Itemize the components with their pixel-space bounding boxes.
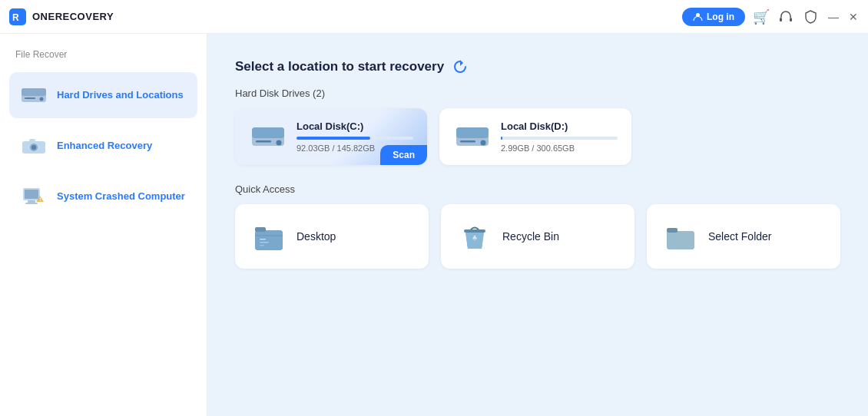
folder-icon xyxy=(664,220,697,253)
disk-c-bar-fill xyxy=(297,137,370,140)
svg-rect-30 xyxy=(255,235,283,236)
login-button[interactable]: Log in xyxy=(682,8,745,26)
quick-card-recycle-bin-label: Recycle Bin xyxy=(502,230,559,243)
cart-icon[interactable]: 🛒 xyxy=(753,8,770,25)
svg-rect-4 xyxy=(790,18,792,21)
sidebar-item-system-crashed-label: System Crashed Computer xyxy=(57,190,185,203)
disk-cards: Local Disk(C:) 92.03GB / 145.82GB Scan xyxy=(235,108,840,165)
svg-rect-29 xyxy=(255,230,283,250)
sidebar-item-enhanced-recovery[interactable]: Enhanced Recovery xyxy=(9,123,197,169)
svg-rect-35 xyxy=(464,229,485,233)
svg-rect-25 xyxy=(456,127,489,138)
scan-button[interactable]: Scan xyxy=(380,145,427,165)
disk-d-bar-bg xyxy=(501,137,618,140)
svg-rect-14 xyxy=(25,190,38,199)
svg-point-26 xyxy=(481,140,486,146)
hard-disk-section-label: Hard Disk Drives (2) xyxy=(235,87,840,99)
sidebar-item-enhanced-recovery-label: Enhanced Recovery xyxy=(57,140,152,153)
recycle-bin-icon xyxy=(458,220,492,253)
svg-text:!: ! xyxy=(40,197,41,202)
content-area: Select a location to start recovery Hard… xyxy=(207,34,868,416)
quick-card-select-folder[interactable]: Select Folder xyxy=(647,204,840,269)
minimize-button[interactable]: — xyxy=(828,12,839,22)
titlebar-left: R ONERECOVERY xyxy=(9,8,114,25)
svg-rect-16 xyxy=(25,203,38,204)
quick-cards: Desktop xyxy=(235,204,840,269)
svg-rect-6 xyxy=(22,88,46,96)
svg-point-7 xyxy=(40,97,44,101)
svg-rect-27 xyxy=(460,140,475,143)
svg-rect-34 xyxy=(260,245,264,246)
computer-icon: ! xyxy=(20,183,48,210)
titlebar-right: Log in 🛒 — ✕ xyxy=(682,8,859,26)
app-name: ONERECOVERY xyxy=(32,11,114,22)
svg-rect-15 xyxy=(28,200,35,203)
disk-card-c[interactable]: Local Disk(C:) 92.03GB / 145.82GB Scan xyxy=(235,108,427,165)
shield-icon[interactable] xyxy=(802,8,819,25)
disk-card-d[interactable]: Local Disk(D:) 2.99GB / 300.65GB xyxy=(439,108,631,165)
svg-rect-8 xyxy=(25,97,35,99)
quick-card-desktop[interactable]: Desktop xyxy=(235,204,429,269)
svg-point-11 xyxy=(31,145,36,150)
camera-icon xyxy=(20,132,48,160)
svg-rect-21 xyxy=(252,127,284,138)
svg-rect-32 xyxy=(260,239,266,240)
svg-marker-19 xyxy=(460,60,463,66)
quick-card-recycle-bin[interactable]: Recycle Bin xyxy=(441,204,634,269)
sidebar-item-system-crashed[interactable]: ! System Crashed Computer xyxy=(9,173,197,220)
page-title: Select a location to start recovery xyxy=(235,59,444,74)
disk-c-icon xyxy=(249,121,287,152)
svg-rect-12 xyxy=(29,139,35,142)
titlebar: R ONERECOVERY Log in 🛒 — ✕ xyxy=(0,0,868,34)
svg-point-22 xyxy=(277,140,282,146)
disk-d-info: Local Disk(D:) 2.99GB / 300.65GB xyxy=(501,121,618,153)
svg-rect-37 xyxy=(667,231,694,249)
disk-d-icon xyxy=(453,121,492,152)
quick-card-desktop-label: Desktop xyxy=(297,230,336,243)
quick-card-select-folder-label: Select Folder xyxy=(708,230,771,243)
disk-d-size: 2.99GB / 300.65GB xyxy=(501,144,618,153)
close-button[interactable]: ✕ xyxy=(848,12,859,22)
svg-rect-33 xyxy=(260,242,269,243)
file-recover-label: File Recover xyxy=(9,49,197,68)
disk-d-name: Local Disk(D:) xyxy=(501,121,618,132)
svg-rect-38 xyxy=(667,228,678,233)
svg-rect-31 xyxy=(255,227,266,232)
app-logo-icon: R xyxy=(9,8,26,25)
disk-c-bar-bg xyxy=(297,137,413,140)
svg-rect-3 xyxy=(780,18,782,21)
disk-d-bar-fill xyxy=(501,137,502,140)
svg-rect-23 xyxy=(256,140,271,143)
quick-access-label: Quick Access xyxy=(235,183,840,195)
headphones-icon[interactable] xyxy=(777,8,794,25)
hard-drive-icon xyxy=(20,81,48,109)
sidebar-item-hard-drives-label: Hard Drives and Locations xyxy=(57,89,184,102)
section-title-row: Select a location to start recovery xyxy=(235,58,840,75)
sidebar: File Recover Hard Drives and Locations xyxy=(0,34,207,416)
refresh-icon[interactable] xyxy=(452,58,469,75)
svg-text:R: R xyxy=(12,12,19,23)
disk-card-d-inner: Local Disk(D:) 2.99GB / 300.65GB xyxy=(453,121,618,153)
user-icon xyxy=(693,12,703,21)
desktop-folder-icon xyxy=(252,220,286,253)
disk-c-name: Local Disk(C:) xyxy=(297,121,413,132)
main-layout: File Recover Hard Drives and Locations xyxy=(0,34,868,416)
sidebar-item-hard-drives[interactable]: Hard Drives and Locations xyxy=(9,72,197,118)
